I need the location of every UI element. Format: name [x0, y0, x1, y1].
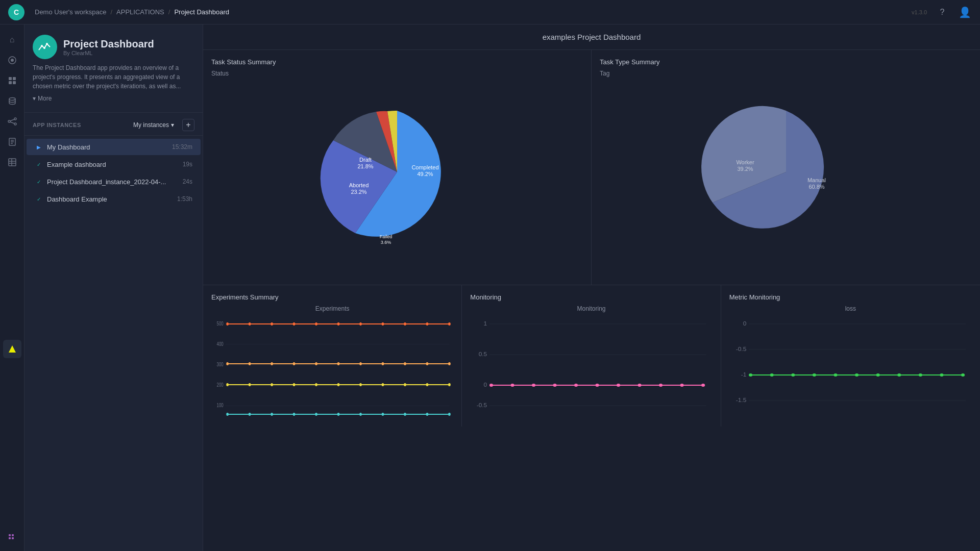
- list-item[interactable]: ▶My Dashboard15:32m: [27, 139, 201, 155]
- svg-point-126: [855, 373, 859, 377]
- help-button[interactable]: ?: [935, 5, 949, 19]
- instance-time: 15:32m: [172, 143, 192, 151]
- version-label: v1.3.0: [912, 9, 927, 15]
- home-icon[interactable]: ⌂: [3, 31, 21, 49]
- experiments-panel: Experiments Summary Experiments 500 400 …: [203, 285, 462, 427]
- slack-icon[interactable]: [3, 527, 21, 545]
- svg-line-10: [10, 119, 14, 121]
- svg-point-92: [426, 413, 429, 416]
- tables-icon[interactable]: [3, 153, 21, 171]
- task-status-chart: Completed 49.2% Aborted 23.2% Draft 21.8…: [211, 85, 583, 259]
- models-icon[interactable]: [3, 71, 21, 90]
- svg-text:-0.5: -0.5: [736, 346, 746, 352]
- svg-text:-1.5: -1.5: [736, 397, 746, 403]
- done-icon: ✓: [35, 160, 43, 168]
- task-type-subtitle: Tag: [600, 70, 972, 77]
- task-type-title: Task Type Summary: [600, 58, 972, 66]
- svg-text:Manual: Manual: [807, 177, 825, 183]
- svg-point-26: [43, 47, 45, 49]
- task-type-panel: Task Type Summary Tag Manual 60.8% Worke…: [592, 50, 980, 285]
- add-instance-button[interactable]: +: [182, 119, 194, 131]
- svg-point-128: [897, 373, 901, 377]
- experiments-icon[interactable]: [3, 51, 21, 69]
- svg-line-11: [10, 122, 14, 123]
- svg-text:100: 100: [217, 403, 224, 408]
- pipelines-icon[interactable]: [3, 112, 21, 131]
- svg-point-67: [359, 362, 362, 365]
- more-button[interactable]: ▾ More: [33, 95, 52, 102]
- chevron-icon: ▾: [171, 121, 174, 129]
- instances-filter-dropdown[interactable]: My instances ▾: [129, 119, 178, 131]
- dashboard-header: examples Project Dashboard: [203, 24, 980, 50]
- svg-point-111: [680, 384, 684, 387]
- svg-point-104: [532, 384, 535, 387]
- svg-rect-4: [9, 81, 12, 84]
- task-status-panel: Task Status Summary Status: [203, 50, 592, 285]
- breadcrumb-applications[interactable]: APPLICATIONS: [116, 8, 164, 16]
- instances-label: APP INSTANCES: [33, 122, 81, 128]
- app-logo[interactable]: C: [8, 4, 24, 20]
- metric-monitoring-chart: 0 -0.5 -1 -1.5: [729, 316, 972, 418]
- svg-point-59: [426, 322, 429, 325]
- apps-icon[interactable]: [3, 340, 21, 358]
- experiments-title: Experiments Summary: [211, 293, 453, 301]
- svg-point-84: [249, 413, 251, 416]
- svg-text:23.2%: 23.2%: [351, 189, 366, 195]
- svg-point-123: [791, 373, 795, 377]
- monitoring-title: Monitoring: [470, 293, 712, 301]
- svg-text:0.5: 0.5: [479, 352, 487, 357]
- app-header: Project Dashboard By ClearML The Project…: [24, 24, 203, 113]
- experiments-chart: 500 400 300 200 100: [211, 316, 453, 418]
- reports-icon[interactable]: [3, 133, 21, 151]
- list-item[interactable]: ✓Project Dashboard_instance_2022-04-...2…: [27, 173, 201, 190]
- svg-text:49.2%: 49.2%: [417, 171, 433, 177]
- metric-monitoring-panel: Metric Monitoring loss 0 -0.5 -1 -1.5: [721, 285, 980, 427]
- svg-point-62: [249, 362, 251, 365]
- instance-time: 1:53h: [177, 195, 192, 203]
- svg-rect-22: [12, 534, 14, 536]
- app-title: Project Dashboard: [63, 38, 154, 50]
- svg-text:Draft: Draft: [359, 157, 372, 163]
- svg-point-50: [226, 322, 229, 325]
- svg-rect-2: [9, 77, 12, 80]
- breadcrumb-workspace[interactable]: Demo User's workspace: [35, 8, 106, 16]
- svg-point-61: [226, 362, 229, 365]
- svg-point-8: [14, 118, 16, 120]
- instance-name: Dashboard Example: [47, 195, 173, 203]
- svg-point-63: [271, 362, 273, 365]
- svg-text:-1: -1: [741, 372, 746, 378]
- svg-text:0: 0: [484, 382, 487, 388]
- svg-point-6: [9, 98, 15, 101]
- experiments-chart-title: Experiments: [211, 305, 453, 312]
- svg-point-125: [834, 373, 837, 377]
- svg-point-25: [41, 45, 43, 47]
- svg-point-56: [359, 322, 362, 325]
- sidebar-nav: ⌂: [0, 24, 24, 551]
- filter-label: My instances: [133, 121, 169, 129]
- instance-list: ▶My Dashboard15:32m✓Example dashboard19s…: [24, 136, 203, 210]
- svg-point-129: [918, 373, 922, 377]
- app-title-row: Project Dashboard By ClearML: [33, 35, 194, 59]
- instance-name: My Dashboard: [47, 143, 168, 151]
- svg-point-85: [271, 413, 273, 416]
- breadcrumb-current: Project Dashboard: [174, 8, 229, 16]
- instances-header: APP INSTANCES My instances ▾ +: [33, 119, 194, 131]
- svg-point-122: [770, 373, 773, 377]
- list-item[interactable]: ✓Dashboard Example1:53h: [27, 191, 201, 207]
- svg-point-51: [249, 322, 251, 325]
- user-avatar-button[interactable]: 👤: [958, 5, 972, 19]
- datasets-icon[interactable]: [3, 92, 21, 110]
- svg-point-53: [293, 322, 296, 325]
- svg-point-64: [293, 362, 296, 365]
- svg-point-86: [293, 413, 296, 416]
- svg-point-87: [315, 413, 317, 416]
- svg-point-124: [812, 373, 816, 377]
- svg-point-1: [11, 59, 14, 62]
- svg-point-7: [8, 120, 10, 122]
- svg-point-127: [876, 373, 879, 377]
- bottom-charts-grid: Experiments Summary Experiments 500 400 …: [203, 285, 980, 427]
- svg-point-76: [315, 383, 317, 386]
- instances-section: APP INSTANCES My instances ▾ +: [24, 113, 203, 136]
- svg-point-130: [940, 373, 943, 377]
- list-item[interactable]: ✓Example dashboard19s: [27, 156, 201, 172]
